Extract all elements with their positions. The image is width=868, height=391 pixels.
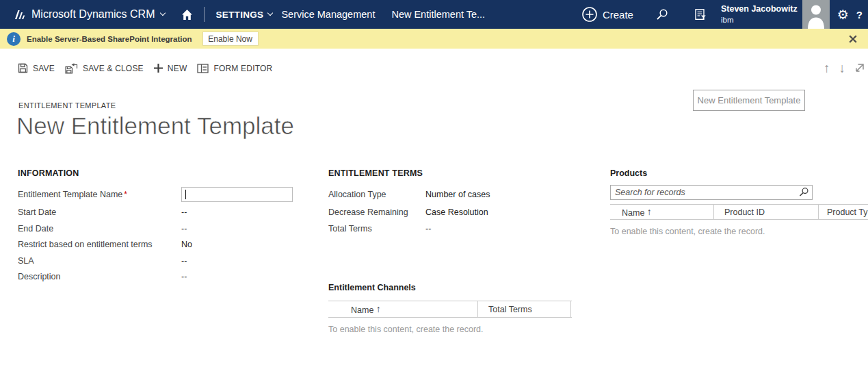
create-button[interactable]: Create <box>581 6 633 23</box>
product-search-input[interactable] <box>610 185 813 200</box>
search-icon[interactable] <box>799 187 809 197</box>
info-icon: i <box>7 32 21 46</box>
grid-header-row: Name ↑ Total Terms <box>328 301 572 318</box>
save-close-icon <box>65 63 78 74</box>
help-icon[interactable]: ? <box>856 9 863 21</box>
section-information: INFORMATION Entitlement Template Name* S… <box>18 168 312 286</box>
nav-divider <box>204 7 205 22</box>
section-products: Products Name ↑ Product ID Product Ty To… <box>610 168 868 236</box>
grid-header-row: Name ↑ Product ID Product Ty <box>610 204 868 220</box>
required-marker: * <box>124 190 127 199</box>
field-sla[interactable]: SLA -- <box>18 253 312 270</box>
home-icon[interactable] <box>181 9 193 21</box>
column-header-name[interactable]: Name ↑ <box>328 301 477 317</box>
top-navbar: Microsoft Dynamics CRM SETTINGS Service … <box>0 0 868 29</box>
notification-bar: i Enable Server-Based SharePoint Integra… <box>0 29 868 49</box>
field-allocation-type[interactable]: Allocation Type Number of cases <box>328 187 588 202</box>
arrow-down-icon[interactable]: ↓ <box>839 61 846 76</box>
save-and-close-button[interactable]: SAVE & CLOSE <box>65 63 144 74</box>
field-description[interactable]: Description -- <box>18 269 312 286</box>
notification-message: Enable Server-Based SharePoint Integrati… <box>27 35 192 43</box>
command-bar-right: ↑ ↓ <box>824 49 865 88</box>
nav-settings[interactable]: SETTINGS <box>215 10 272 20</box>
field-entitlement-template-name: Entitlement Template Name* <box>18 187 312 202</box>
section-title: ENTITLEMENT TERMS <box>328 168 588 179</box>
section-title: INFORMATION <box>18 168 312 179</box>
dynamics-logo-icon[interactable] <box>14 9 25 21</box>
enable-now-button[interactable]: Enable Now <box>202 31 259 46</box>
view-selector[interactable]: New Entitlement Template <box>693 90 805 111</box>
page-title: New Entitlement Template <box>16 112 294 140</box>
close-icon[interactable] <box>849 35 857 43</box>
grid-empty-message: To enable this content, create the recor… <box>328 325 588 334</box>
field-label: Entitlement Template Name <box>18 190 122 199</box>
record-type-label: ENTITLEMENT TEMPLATE <box>18 101 116 110</box>
search-icon[interactable] <box>656 8 668 21</box>
plus-circle-icon <box>581 6 598 23</box>
grid-title: Products <box>610 168 868 178</box>
column-header-name[interactable]: Name ↑ <box>610 205 713 219</box>
field-end-date[interactable]: End Date -- <box>18 221 312 238</box>
user-info[interactable]: Steven Jacobowitz ibm <box>721 3 798 25</box>
plus-icon <box>154 64 163 73</box>
grid-empty-message: To enable this content, create the recor… <box>610 227 868 236</box>
nav-current-record[interactable]: New Entitlement Te... <box>391 9 485 20</box>
grid-title: Entitlement Channels <box>328 283 588 292</box>
arrow-up-icon[interactable]: ↑ <box>824 61 830 76</box>
chevron-down-icon <box>267 10 273 16</box>
column-header-total-terms[interactable]: Total Terms <box>477 301 571 317</box>
column-header-product-type[interactable]: Product Ty <box>818 205 868 219</box>
navbar-right: Create Steven Jacobowitz ibm ⚙ ? <box>581 0 868 29</box>
field-restrict-terms[interactable]: Restrict based on entitlement terms No <box>18 237 312 253</box>
field-start-date[interactable]: Start Date -- <box>18 205 312 221</box>
entitlement-channels-grid: Entitlement Channels Name ↑ Total Terms … <box>328 283 588 334</box>
user-org: ibm <box>721 15 798 25</box>
entitlement-template-name-input[interactable] <box>181 187 293 202</box>
save-button[interactable]: SAVE <box>18 63 55 73</box>
chevron-down-icon[interactable] <box>160 10 166 16</box>
sort-asc-icon: ↑ <box>647 206 652 217</box>
command-bar: SAVE SAVE & CLOSE NEW FORM EDITOR <box>0 49 282 88</box>
user-name: Steven Jacobowitz <box>721 3 798 14</box>
column-header-product-id[interactable]: Product ID <box>713 205 818 219</box>
brand-title[interactable]: Microsoft Dynamics CRM <box>31 8 155 21</box>
field-decrease-remaining[interactable]: Decrease Remaining Case Resolution <box>328 205 588 221</box>
section-entitlement-terms: ENTITLEMENT TERMS Allocation Type Number… <box>328 168 588 334</box>
field-total-terms[interactable]: Total Terms -- <box>328 221 588 238</box>
save-icon <box>18 63 28 73</box>
form-editor-icon <box>197 64 209 73</box>
avatar[interactable] <box>802 0 830 29</box>
recently-viewed-icon[interactable] <box>694 8 707 21</box>
gear-icon[interactable]: ⚙ <box>837 8 849 21</box>
nav-service-management[interactable]: Service Management <box>281 9 375 20</box>
text-cursor <box>185 190 186 199</box>
form-editor-button[interactable]: FORM EDITOR <box>197 64 272 73</box>
popout-icon[interactable] <box>854 63 865 73</box>
new-button[interactable]: NEW <box>154 64 187 73</box>
sort-asc-icon: ↑ <box>376 303 381 314</box>
navbar-left: Microsoft Dynamics CRM SETTINGS Service … <box>0 7 485 22</box>
